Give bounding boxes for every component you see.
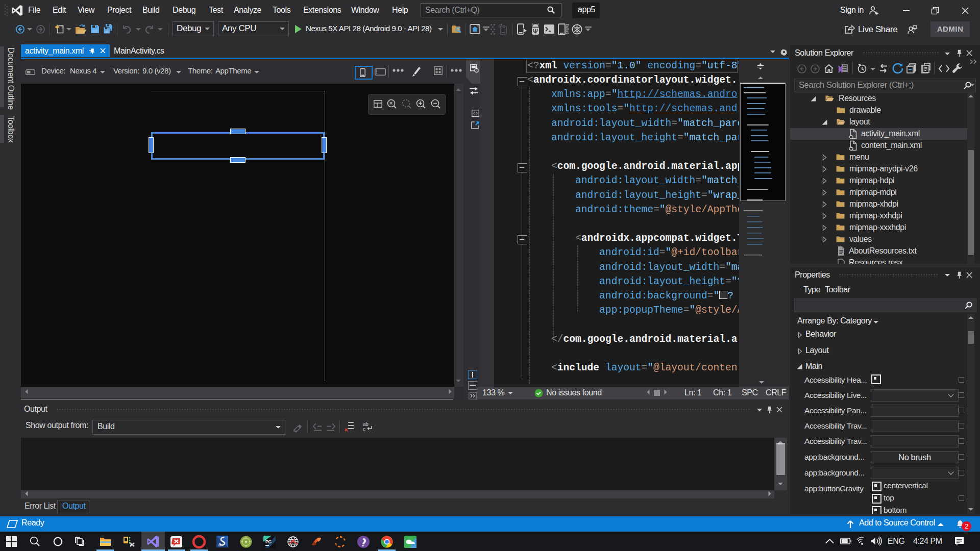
svg-text:c: c [363,427,365,432]
svg-text:PC: PC [265,539,272,544]
svg-text:NET: NET [218,544,223,547]
